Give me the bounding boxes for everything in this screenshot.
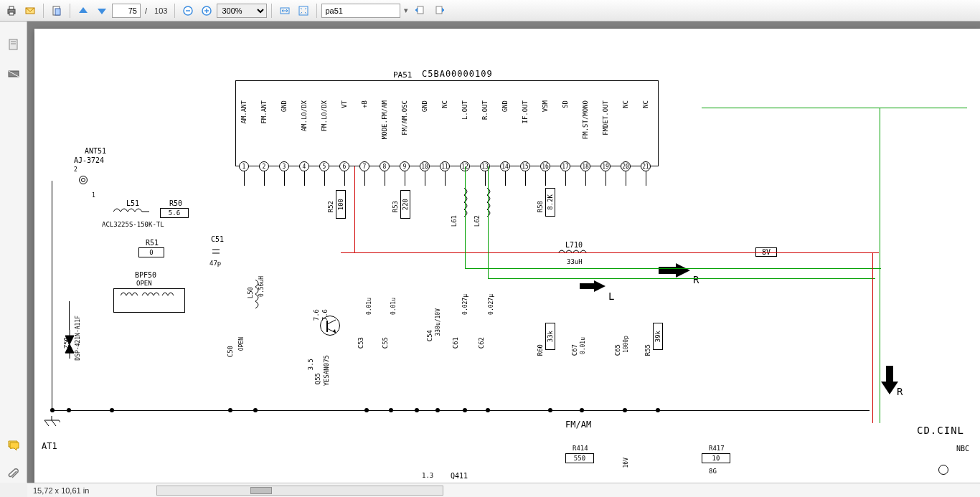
toolbar: / 103 300% ▾ xyxy=(0,0,980,22)
cd-cinl-label: CD.CINL xyxy=(917,425,964,436)
pages-panel-icon[interactable] xyxy=(5,36,22,53)
page-down-icon[interactable] xyxy=(93,2,110,19)
svg-rect-13 xyxy=(299,6,308,15)
separator xyxy=(316,4,317,18)
comments-panel-icon[interactable] xyxy=(5,437,22,454)
signal-r: R xyxy=(693,274,699,285)
c67-val: 0.01u xyxy=(580,337,586,354)
separator xyxy=(43,4,44,18)
svg-rect-31 xyxy=(886,366,893,382)
chip-pin-14: 14 xyxy=(500,161,510,171)
svg-rect-14 xyxy=(418,6,423,14)
r60-body: 33k xyxy=(545,323,555,350)
zoom-out-icon[interactable] xyxy=(179,2,197,19)
chip-pin-label-6: VT xyxy=(341,100,348,108)
chip-ref: PA51 xyxy=(393,70,413,80)
z50-part: DSP-421N-A11F xyxy=(75,316,81,361)
chip-pin-label-4: AM.LO/DX xyxy=(301,100,308,131)
pin-wire xyxy=(626,171,626,186)
separator xyxy=(271,4,272,18)
pin-wire xyxy=(585,171,586,186)
junction xyxy=(463,408,467,412)
r52-body: 100 xyxy=(336,190,346,219)
horizontal-scrollbar[interactable] xyxy=(156,486,443,496)
chip-pin-8: 8 xyxy=(380,161,390,171)
pin-wire xyxy=(565,171,566,186)
bpf-coils xyxy=(121,291,178,301)
search-input[interactable] xyxy=(321,4,400,18)
chip-pin-label-20: NC xyxy=(622,100,629,108)
q55-ref: Q55 xyxy=(314,373,321,384)
find-next-icon[interactable] xyxy=(430,2,448,19)
diode-z50 xyxy=(65,330,75,360)
chip-pin-19: 19 xyxy=(600,161,611,171)
r53-body: 220 xyxy=(400,190,410,219)
content-area[interactable]: PA51 C5BA00000109 1AM.ANT2FM.ANT3GND4AM.… xyxy=(27,22,980,483)
inductor-l50 xyxy=(252,280,259,317)
page-total-label: 103 xyxy=(151,6,170,15)
ant-left-wire xyxy=(52,181,52,410)
r414-body: 550 xyxy=(565,453,594,463)
c50-val: OPEN xyxy=(238,337,245,351)
c54-val: 330u/10V xyxy=(435,308,441,336)
zoom-in-icon[interactable] xyxy=(198,2,215,19)
chip-pin-label-19: FMDET.OUT xyxy=(602,100,609,136)
r50-body: 5.6 xyxy=(160,208,189,218)
chip-part: C5BA00000109 xyxy=(422,69,493,79)
l51-part: ACL3225S-150K-TL xyxy=(102,221,164,228)
chip-pin-1: 1 xyxy=(239,161,249,171)
chip-pin-7: 7 xyxy=(359,161,369,171)
svg-rect-1 xyxy=(9,6,14,9)
chip-pin-20: 20 xyxy=(621,161,631,171)
c65-ref: C65 xyxy=(614,344,621,356)
find-prev-icon[interactable] xyxy=(412,2,429,19)
chip-pin-label-14: GND xyxy=(501,100,509,112)
email-icon[interactable] xyxy=(22,2,39,19)
c67-ref: C67 xyxy=(571,344,578,356)
svg-rect-16 xyxy=(9,39,17,49)
l62-ref: L62 xyxy=(473,215,481,227)
q55-part: YESAN075 xyxy=(323,355,330,386)
right-green-vert xyxy=(880,108,880,423)
fit-page-icon[interactable] xyxy=(295,2,312,19)
gnd-at1 xyxy=(43,416,60,429)
l50-val: 0.56uH xyxy=(258,276,265,297)
c51-ref: C51 xyxy=(211,235,224,243)
search-dropdown-icon[interactable]: ▾ xyxy=(402,6,410,15)
clipboard-icon[interactable] xyxy=(48,2,65,19)
q55-e: 3.5 xyxy=(307,359,314,370)
pin-wire xyxy=(646,171,646,186)
scrollbar-thumb[interactable] xyxy=(250,487,272,494)
layers-panel-icon[interactable] xyxy=(5,65,22,82)
attachments-panel-icon[interactable] xyxy=(5,465,22,483)
c53-ref: C53 xyxy=(357,337,364,349)
chip-pin-5: 5 xyxy=(319,161,329,171)
chip-pin-9: 9 xyxy=(400,161,410,171)
sidebar xyxy=(0,22,27,483)
junction xyxy=(486,408,490,412)
r53-ref: R53 xyxy=(392,201,399,212)
arrow-r-head xyxy=(676,263,690,278)
r51-body: 0 xyxy=(138,247,164,257)
print-icon[interactable] xyxy=(3,2,20,19)
pin-wire xyxy=(525,171,526,186)
svg-line-25 xyxy=(44,420,49,426)
l51-ref: L51 xyxy=(126,199,139,207)
pin-wire xyxy=(264,171,265,186)
pin-wire xyxy=(445,171,446,186)
zoom-select[interactable]: 300% xyxy=(217,4,267,18)
page-number-input[interactable] xyxy=(112,4,141,18)
chip-pin-label-9: FM/AM.OSC xyxy=(401,100,408,136)
chip-pin-label-21: NC xyxy=(642,100,649,108)
chip-pin-11: 11 xyxy=(440,161,450,171)
val-16v: 16V xyxy=(623,458,629,468)
page-up-icon[interactable] xyxy=(75,2,92,19)
bpf50-val: OPEN xyxy=(136,280,152,287)
fit-width-icon[interactable] xyxy=(276,2,293,19)
pin-wire xyxy=(485,171,486,186)
chip-pin-label-3: GND xyxy=(281,100,288,112)
arrow-r2 xyxy=(881,366,898,396)
ant-pin2: 2 xyxy=(74,166,77,173)
svg-rect-5 xyxy=(55,9,60,15)
c55-val: 0.01u xyxy=(390,298,397,315)
